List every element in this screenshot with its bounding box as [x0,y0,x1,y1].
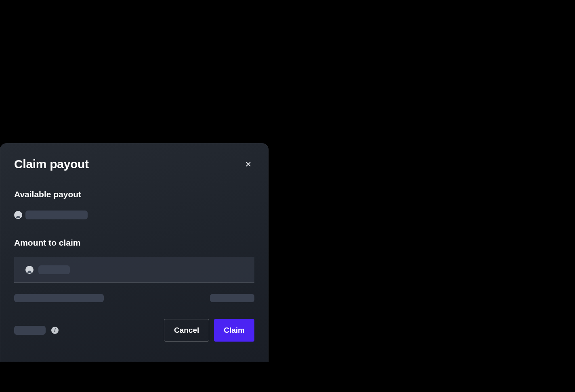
info-left-skeleton [14,294,104,302]
modal-footer: i Cancel Claim [14,319,254,342]
cancel-button[interactable]: Cancel [164,319,209,342]
amount-input[interactable] [14,257,254,283]
amount-to-claim-label: Amount to claim [14,238,254,248]
available-payout-row [14,211,254,219]
available-payout-label: Available payout [14,190,254,199]
footer-buttons: Cancel Claim [164,319,254,342]
claim-button[interactable]: Claim [214,319,254,342]
footer-skeleton [14,326,46,335]
info-row [14,294,254,302]
modal-header: Claim payout [14,157,254,171]
amount-input-skeleton [38,265,70,274]
footer-left: i [14,326,59,335]
close-button[interactable] [242,158,254,170]
claim-payout-modal: Claim payout Available payout Amount to … [0,143,269,362]
info-icon[interactable]: i [51,327,59,334]
info-right-skeleton [210,294,254,302]
token-icon [25,266,34,274]
modal-title: Claim payout [14,157,89,171]
close-icon [245,161,252,168]
available-payout-skeleton [25,211,88,219]
token-icon [14,211,22,219]
